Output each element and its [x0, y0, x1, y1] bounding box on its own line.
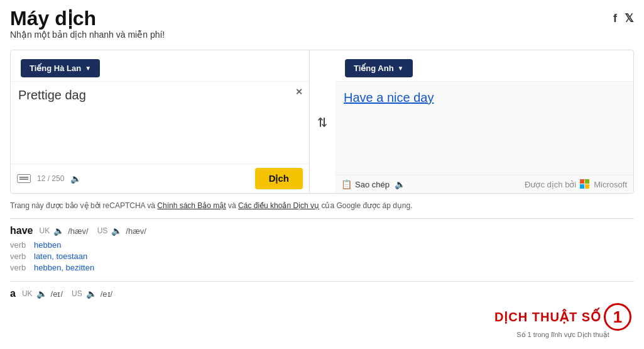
facebook-icon[interactable]: f: [613, 12, 617, 25]
copy-label: Sao chép: [355, 180, 390, 189]
def-laten[interactable]: laten, toestaan: [34, 252, 87, 261]
sound-a-us[interactable]: 🔈: [86, 289, 97, 299]
microsoft-logo: [580, 179, 590, 189]
brand-number: 1: [604, 303, 631, 311]
source-panel: Tiếng Hà Lan ▼ ✕ 12 / 250 🔈 Dịch: [11, 50, 310, 193]
target-lang-label: Tiếng Anh: [354, 64, 394, 73]
provider-name: Microsoft: [594, 180, 627, 189]
swap-button[interactable]: ⇄: [315, 116, 330, 127]
powered-label: Được dịch bởi: [525, 180, 576, 189]
svg-rect-2: [580, 184, 584, 189]
twitter-icon[interactable]: 𝕏: [625, 11, 634, 25]
target-footer: 📋 Sao chép 🔈 Được dịch bởi Microsoft: [335, 175, 633, 193]
def-hebben[interactable]: hebben: [34, 240, 61, 250]
source-footer: 12 / 250 🔈 Dịch: [11, 163, 309, 193]
char-count: 12 / 250: [37, 174, 64, 183]
svg-rect-0: [580, 179, 584, 184]
translator-container: Tiếng Hà Lan ▼ ✕ 12 / 250 🔈 Dịch ⇄: [10, 50, 634, 194]
svg-rect-1: [585, 179, 589, 184]
brand-title: DỊCH THUẬT SỐ: [494, 309, 601, 311]
dictionary-section: have UK 🔈 /hæv/ US 🔈 /hæv/ verb hebben v…: [10, 218, 634, 299]
keyboard-icon[interactable]: [17, 174, 31, 183]
word-a: a: [10, 288, 16, 299]
sound-icon-source[interactable]: 🔈: [70, 174, 81, 184]
source-header: Tiếng Hà Lan ▼: [11, 50, 309, 82]
dict-entry: verb hebben: [10, 240, 634, 250]
source-lang-label: Tiếng Hà Lan: [30, 64, 81, 73]
dict-word-have: have UK 🔈 /hæv/ US 🔈 /hæv/: [10, 225, 634, 236]
dict-word-a-row: a UK 🔈 /eɪ/ US 🔈 /eɪ/: [10, 281, 634, 299]
social-icons-container: f 𝕏: [613, 11, 634, 25]
svg-rect-3: [585, 184, 589, 189]
dict-entry: verb laten, toestaan: [10, 252, 634, 261]
target-lang-selector[interactable]: Tiếng Anh ▼: [345, 59, 413, 77]
target-footer-left: 📋 Sao chép 🔈: [341, 179, 405, 189]
phonetics-a-uk: UK 🔈 /eɪ/ US 🔈 /eɪ/: [22, 289, 112, 299]
target-body: Have a nice day: [335, 82, 633, 175]
sound-have-uk[interactable]: 🔈: [53, 226, 64, 236]
target-lang-chevron: ▼: [398, 65, 404, 72]
source-footer-left: 12 / 250 🔈: [17, 174, 81, 184]
dict-entries-have: verb hebben verb laten, toestaan verb he…: [10, 240, 634, 272]
clear-button[interactable]: ✕: [295, 87, 303, 97]
header-left: Máy dịch Nhận một bản dịch nhanh và miễn…: [10, 8, 165, 47]
sound-a-uk[interactable]: 🔈: [36, 289, 47, 299]
brand-badge: DỊCH THUẬT SỐ 1 Số 1 trong lĩnh vực Dịch…: [494, 303, 631, 311]
recaptcha-suffix: của Google được áp dụng.: [319, 201, 412, 210]
source-lang-selector[interactable]: Tiếng Hà Lan ▼: [21, 59, 100, 77]
swap-column: ⇄: [310, 50, 335, 193]
translate-button[interactable]: Dịch: [255, 168, 303, 189]
privacy-policy-link[interactable]: Chính sách Bảo mật: [157, 201, 226, 210]
source-body: ✕: [11, 82, 309, 163]
target-header: Tiếng Anh ▼: [335, 50, 633, 82]
copy-button[interactable]: 📋 Sao chép: [341, 179, 390, 189]
page-subtitle: Nhận một bản dịch nhanh và miễn phí!: [10, 30, 165, 40]
terms-link[interactable]: Các điều khoản Dịch vụ: [238, 201, 319, 210]
word-have: have: [10, 225, 33, 236]
copy-icon: 📋: [341, 179, 352, 189]
phonetics-have-uk: UK 🔈 /hæv/ US 🔈 /hæv/: [39, 226, 146, 236]
recaptcha-text: Trang này được bảo vệ bởi reCAPTCHA và: [10, 201, 157, 210]
target-footer-right: Được dịch bởi Microsoft: [525, 179, 627, 189]
recaptcha-notice: Trang này được bảo vệ bởi reCAPTCHA và C…: [10, 200, 634, 212]
target-panel: Tiếng Anh ▼ Have a nice day 📋 Sao chép 🔈…: [335, 50, 633, 193]
sound-icon-target[interactable]: 🔈: [395, 179, 405, 189]
page-title: Máy dịch: [10, 8, 165, 30]
def-hebben-bez[interactable]: hebben, bezitten: [34, 263, 94, 272]
source-lang-chevron: ▼: [85, 65, 91, 72]
dict-word-a: a UK 🔈 /eɪ/ US 🔈 /eɪ/: [10, 288, 634, 299]
target-text[interactable]: Have a nice day: [344, 91, 434, 104]
dict-entry: verb hebben, bezitten: [10, 263, 634, 272]
sound-have-us[interactable]: 🔈: [111, 226, 122, 236]
source-text-input[interactable]: [18, 88, 302, 151]
page-header: Máy dịch Nhận một bản dịch nhanh và miễn…: [10, 8, 634, 47]
recaptcha-and: và: [226, 201, 238, 210]
branding-container: DỊCH THUẬT SỐ 1 Số 1 trong lĩnh vực Dịch…: [494, 303, 631, 311]
